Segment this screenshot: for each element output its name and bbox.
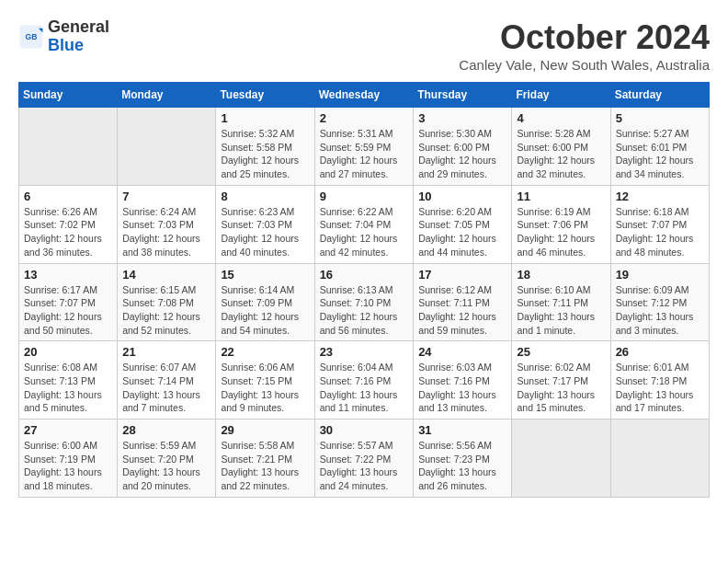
day-detail: Sunrise: 5:56 AMSunset: 7:23 PMDaylight:… bbox=[418, 439, 506, 493]
logo: GB General Blue bbox=[18, 18, 109, 55]
calendar-cell bbox=[610, 419, 709, 498]
day-number: 3 bbox=[418, 111, 506, 125]
svg-text:GB: GB bbox=[26, 32, 38, 41]
day-detail: Sunrise: 5:28 AMSunset: 6:00 PMDaylight:… bbox=[517, 127, 605, 181]
calendar-cell: 21Sunrise: 6:07 AMSunset: 7:14 PMDayligh… bbox=[118, 341, 216, 419]
day-detail: Sunrise: 6:22 AMSunset: 7:04 PMDaylight:… bbox=[320, 205, 409, 259]
day-number: 28 bbox=[122, 423, 210, 437]
calendar-cell: 9Sunrise: 6:22 AMSunset: 7:04 PMDaylight… bbox=[314, 185, 414, 263]
day-detail: Sunrise: 6:13 AMSunset: 7:10 PMDaylight:… bbox=[320, 283, 409, 338]
day-number: 26 bbox=[616, 345, 704, 359]
day-detail: Sunrise: 6:17 AMSunset: 7:07 PMDaylight:… bbox=[24, 283, 112, 338]
day-detail: Sunrise: 6:07 AMSunset: 7:14 PMDaylight:… bbox=[122, 361, 210, 415]
day-number: 25 bbox=[517, 345, 605, 359]
calendar-cell: 14Sunrise: 6:15 AMSunset: 7:08 PMDayligh… bbox=[118, 263, 216, 341]
calendar-cell: 11Sunrise: 6:19 AMSunset: 7:06 PMDayligh… bbox=[512, 185, 610, 263]
day-number: 30 bbox=[320, 423, 409, 437]
calendar-cell: 4Sunrise: 5:28 AMSunset: 6:00 PMDaylight… bbox=[512, 108, 610, 186]
header-friday: Friday bbox=[512, 83, 610, 108]
calendar-cell: 27Sunrise: 6:00 AMSunset: 7:19 PMDayligh… bbox=[19, 419, 118, 498]
calendar-cell: 30Sunrise: 5:57 AMSunset: 7:22 PMDayligh… bbox=[314, 419, 414, 498]
logo-line2: Blue bbox=[48, 37, 109, 55]
day-number: 13 bbox=[24, 268, 112, 282]
header-wednesday: Wednesday bbox=[314, 83, 414, 108]
calendar-week-row: 13Sunrise: 6:17 AMSunset: 7:07 PMDayligh… bbox=[19, 263, 710, 341]
day-detail: Sunrise: 6:15 AMSunset: 7:08 PMDaylight:… bbox=[122, 283, 210, 338]
day-number: 2 bbox=[320, 111, 409, 125]
calendar-cell: 7Sunrise: 6:24 AMSunset: 7:03 PMDaylight… bbox=[118, 185, 216, 263]
calendar-cell: 17Sunrise: 6:12 AMSunset: 7:11 PMDayligh… bbox=[414, 263, 512, 341]
day-detail: Sunrise: 5:32 AMSunset: 5:58 PMDaylight:… bbox=[221, 127, 309, 181]
day-number: 29 bbox=[221, 423, 309, 437]
subtitle: Canley Vale, New South Wales, Australia bbox=[459, 57, 710, 73]
calendar-week-row: 6Sunrise: 6:26 AMSunset: 7:02 PMDaylight… bbox=[19, 185, 710, 263]
calendar-cell bbox=[512, 419, 610, 498]
day-number: 22 bbox=[221, 345, 309, 359]
calendar-table: SundayMondayTuesdayWednesdayThursdayFrid… bbox=[18, 82, 710, 498]
day-number: 16 bbox=[320, 268, 409, 282]
calendar-cell: 28Sunrise: 5:59 AMSunset: 7:20 PMDayligh… bbox=[118, 419, 216, 498]
day-number: 14 bbox=[122, 268, 210, 282]
day-number: 1 bbox=[221, 111, 309, 125]
calendar-cell: 13Sunrise: 6:17 AMSunset: 7:07 PMDayligh… bbox=[19, 263, 118, 341]
day-number: 9 bbox=[320, 190, 409, 203]
calendar-header-row: SundayMondayTuesdayWednesdayThursdayFrid… bbox=[19, 83, 710, 108]
day-number: 5 bbox=[616, 111, 704, 125]
day-detail: Sunrise: 6:04 AMSunset: 7:16 PMDaylight:… bbox=[320, 361, 409, 415]
header-sunday: Sunday bbox=[19, 83, 118, 108]
page-header: GB General Blue October 2024 Canley Vale… bbox=[18, 18, 710, 73]
calendar-cell: 16Sunrise: 6:13 AMSunset: 7:10 PMDayligh… bbox=[314, 263, 414, 341]
day-detail: Sunrise: 6:19 AMSunset: 7:06 PMDaylight:… bbox=[517, 205, 605, 259]
day-number: 11 bbox=[517, 190, 605, 203]
day-detail: Sunrise: 6:01 AMSunset: 7:18 PMDaylight:… bbox=[616, 361, 704, 415]
day-number: 17 bbox=[418, 268, 506, 282]
calendar-cell bbox=[19, 108, 118, 186]
day-detail: Sunrise: 5:31 AMSunset: 5:59 PMDaylight:… bbox=[320, 127, 409, 181]
day-detail: Sunrise: 6:10 AMSunset: 7:11 PMDaylight:… bbox=[517, 283, 605, 338]
calendar-cell: 2Sunrise: 5:31 AMSunset: 5:59 PMDaylight… bbox=[314, 108, 414, 186]
calendar-cell: 29Sunrise: 5:58 AMSunset: 7:21 PMDayligh… bbox=[216, 419, 314, 498]
day-detail: Sunrise: 6:02 AMSunset: 7:17 PMDaylight:… bbox=[517, 361, 605, 415]
calendar-cell: 22Sunrise: 6:06 AMSunset: 7:15 PMDayligh… bbox=[216, 341, 314, 419]
header-monday: Monday bbox=[118, 83, 216, 108]
calendar-cell: 31Sunrise: 5:56 AMSunset: 7:23 PMDayligh… bbox=[414, 419, 512, 498]
day-number: 18 bbox=[517, 268, 605, 282]
calendar-cell: 3Sunrise: 5:30 AMSunset: 6:00 PMDaylight… bbox=[414, 108, 512, 186]
day-number: 8 bbox=[221, 190, 309, 203]
day-detail: Sunrise: 6:26 AMSunset: 7:02 PMDaylight:… bbox=[24, 205, 112, 259]
day-number: 19 bbox=[616, 268, 704, 282]
calendar-cell bbox=[118, 108, 216, 186]
day-detail: Sunrise: 6:08 AMSunset: 7:13 PMDaylight:… bbox=[24, 361, 112, 415]
day-number: 10 bbox=[418, 190, 506, 203]
day-detail: Sunrise: 6:09 AMSunset: 7:12 PMDaylight:… bbox=[616, 283, 704, 338]
day-detail: Sunrise: 5:58 AMSunset: 7:21 PMDaylight:… bbox=[221, 439, 309, 493]
day-detail: Sunrise: 6:14 AMSunset: 7:09 PMDaylight:… bbox=[221, 283, 309, 338]
calendar-cell: 25Sunrise: 6:02 AMSunset: 7:17 PMDayligh… bbox=[512, 341, 610, 419]
day-detail: Sunrise: 6:12 AMSunset: 7:11 PMDaylight:… bbox=[418, 283, 506, 338]
day-detail: Sunrise: 6:20 AMSunset: 7:05 PMDaylight:… bbox=[418, 205, 506, 259]
logo-line1: General bbox=[48, 18, 109, 37]
day-detail: Sunrise: 6:24 AMSunset: 7:03 PMDaylight:… bbox=[122, 205, 210, 259]
day-number: 6 bbox=[24, 190, 112, 203]
calendar-cell: 18Sunrise: 6:10 AMSunset: 7:11 PMDayligh… bbox=[512, 263, 610, 341]
day-number: 31 bbox=[418, 423, 506, 437]
day-detail: Sunrise: 5:57 AMSunset: 7:22 PMDaylight:… bbox=[320, 439, 409, 493]
day-detail: Sunrise: 5:27 AMSunset: 6:01 PMDaylight:… bbox=[616, 127, 704, 181]
day-detail: Sunrise: 6:18 AMSunset: 7:07 PMDaylight:… bbox=[616, 205, 704, 259]
day-number: 15 bbox=[221, 268, 309, 282]
day-number: 4 bbox=[517, 111, 605, 125]
day-detail: Sunrise: 6:06 AMSunset: 7:15 PMDaylight:… bbox=[221, 361, 309, 415]
month-title: October 2024 bbox=[459, 18, 710, 57]
calendar-week-row: 27Sunrise: 6:00 AMSunset: 7:19 PMDayligh… bbox=[19, 419, 710, 498]
header-tuesday: Tuesday bbox=[216, 83, 314, 108]
calendar-cell: 19Sunrise: 6:09 AMSunset: 7:12 PMDayligh… bbox=[610, 263, 709, 341]
header-saturday: Saturday bbox=[610, 83, 709, 108]
calendar-cell: 12Sunrise: 6:18 AMSunset: 7:07 PMDayligh… bbox=[610, 185, 709, 263]
calendar-week-row: 20Sunrise: 6:08 AMSunset: 7:13 PMDayligh… bbox=[19, 341, 710, 419]
day-number: 27 bbox=[24, 423, 112, 437]
day-number: 24 bbox=[418, 345, 506, 359]
calendar-cell: 24Sunrise: 6:03 AMSunset: 7:16 PMDayligh… bbox=[414, 341, 512, 419]
calendar-week-row: 1Sunrise: 5:32 AMSunset: 5:58 PMDaylight… bbox=[19, 108, 710, 186]
calendar-cell: 20Sunrise: 6:08 AMSunset: 7:13 PMDayligh… bbox=[19, 341, 118, 419]
calendar-cell: 23Sunrise: 6:04 AMSunset: 7:16 PMDayligh… bbox=[314, 341, 414, 419]
